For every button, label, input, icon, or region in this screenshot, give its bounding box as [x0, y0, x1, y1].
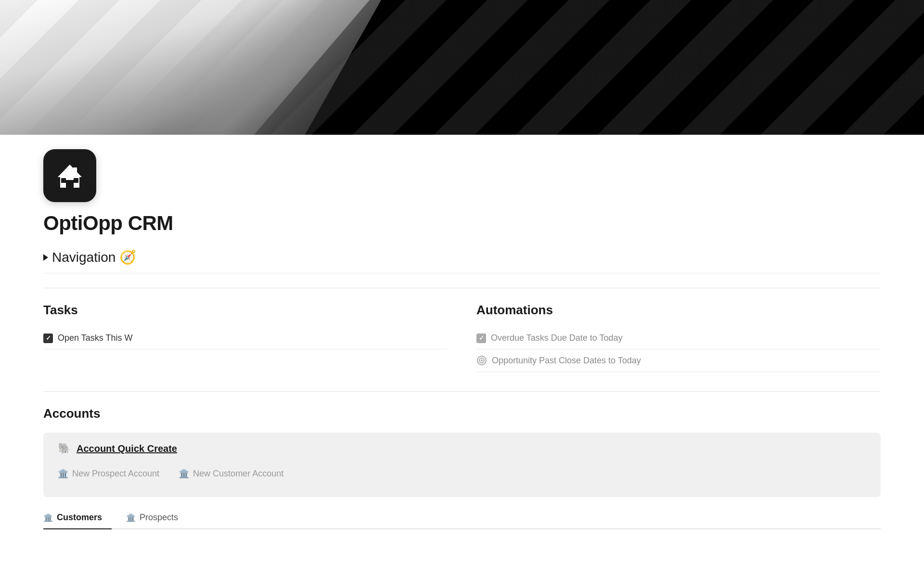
automations-column: Automations Overdue Tasks Due Date to To…	[476, 303, 881, 372]
svg-rect-2	[74, 178, 78, 183]
header-banner	[0, 0, 924, 135]
accounts-section: Accounts 🐘 Account Quick Create 🏛️ New P…	[43, 406, 881, 529]
quick-create-buttons: 🏛️ New Prospect Account 🏛️ New Customer …	[58, 464, 866, 483]
section-divider	[43, 288, 881, 288]
prospects-tab-icon: 🏛️	[126, 513, 136, 522]
tasks-column: Tasks Open Tasks This W	[43, 303, 448, 372]
quick-create-icon: 🐘	[58, 442, 71, 455]
svg-rect-3	[73, 167, 77, 174]
automation-check-icon	[476, 333, 486, 343]
customers-tab-label: Customers	[57, 513, 102, 523]
quick-create-header[interactable]: 🐘 Account Quick Create	[58, 442, 866, 455]
navigation-toggle[interactable]: Navigation 🧭	[43, 249, 136, 265]
tasks-title: Tasks	[43, 303, 448, 318]
prospect-building-icon: 🏛️	[58, 468, 68, 479]
house-icon	[53, 159, 87, 192]
app-icon	[43, 149, 96, 202]
prospects-tab-label: Prospects	[140, 513, 178, 523]
automation-opportunity-close[interactable]: Opportunity Past Close Dates to Today	[476, 349, 881, 372]
automations-title: Automations	[476, 303, 881, 318]
nav-triangle-icon	[43, 254, 48, 261]
svg-point-6	[481, 359, 483, 361]
quick-create-title: Account Quick Create	[77, 443, 177, 454]
bottom-tabs: 🏛️ Customers 🏛️ Prospects	[43, 507, 881, 529]
new-customer-account-button[interactable]: 🏛️ New Customer Account	[179, 464, 283, 483]
automation-target-icon	[476, 355, 487, 366]
checkbox-checked-icon	[43, 333, 53, 343]
tab-customers[interactable]: 🏛️ Customers	[43, 507, 112, 528]
compass-icon: 🧭	[119, 249, 136, 265]
quick-create-card: 🐘 Account Quick Create 🏛️ New Prospect A…	[43, 433, 881, 497]
accounts-title: Accounts	[43, 406, 881, 425]
svg-rect-1	[61, 178, 66, 183]
customer-building-icon: 🏛️	[179, 468, 189, 479]
automation-opportunity-close-label: Opportunity Past Close Dates to Today	[492, 356, 641, 366]
customers-tab-icon: 🏛️	[43, 513, 53, 522]
task-open-tasks-label: Open Tasks This W	[58, 333, 132, 343]
task-open-tasks[interactable]: Open Tasks This W	[43, 327, 448, 349]
app-title: OptiOpp CRM	[43, 212, 881, 235]
tasks-automations-row: Tasks Open Tasks This W Automations Over…	[43, 303, 881, 372]
new-prospect-label: New Prospect Account	[72, 469, 159, 479]
new-prospect-account-button[interactable]: 🏛️ New Prospect Account	[58, 464, 159, 483]
navigation-section: Navigation 🧭	[43, 249, 881, 273]
navigation-label: Navigation	[52, 250, 116, 265]
svg-rect-0	[66, 180, 74, 188]
main-content: OptiOpp CRM Navigation 🧭 Tasks Open Task…	[0, 149, 924, 529]
accounts-divider	[43, 391, 881, 392]
automation-overdue-tasks-label: Overdue Tasks Due Date to Today	[491, 333, 623, 343]
automation-overdue-tasks[interactable]: Overdue Tasks Due Date to Today	[476, 327, 881, 349]
app-icon-wrapper	[43, 149, 881, 202]
stripe-overlay	[0, 0, 924, 135]
new-customer-label: New Customer Account	[193, 469, 283, 479]
tab-prospects[interactable]: 🏛️ Prospects	[126, 507, 188, 528]
